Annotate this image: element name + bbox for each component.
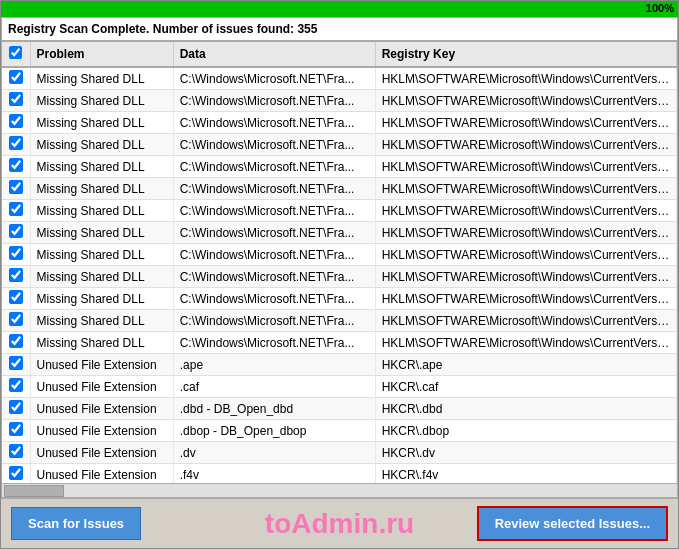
row-registry-key: HKLM\SOFTWARE\Microsoft\Windows\CurrentV… <box>375 200 676 222</box>
row-problem: Missing Shared DLL <box>30 222 173 244</box>
row-problem: Missing Shared DLL <box>30 288 173 310</box>
table-row: Missing Shared DLLC:\Windows\Microsoft.N… <box>2 310 677 332</box>
row-checkbox[interactable] <box>9 246 23 260</box>
row-checkbox-cell[interactable] <box>2 67 30 90</box>
row-checkbox-cell[interactable] <box>2 178 30 200</box>
row-registry-key: HKLM\SOFTWARE\Microsoft\Windows\CurrentV… <box>375 332 676 354</box>
row-checkbox[interactable] <box>9 92 23 106</box>
row-checkbox-cell[interactable] <box>2 310 30 332</box>
row-checkbox-cell[interactable] <box>2 332 30 354</box>
row-checkbox[interactable] <box>9 356 23 370</box>
row-data: C:\Windows\Microsoft.NET\Fra... <box>173 67 375 90</box>
row-checkbox[interactable] <box>9 422 23 436</box>
row-data: .dbd - DB_Open_dbd <box>173 398 375 420</box>
row-checkbox[interactable] <box>9 70 23 84</box>
row-checkbox-cell[interactable] <box>2 90 30 112</box>
row-problem: Missing Shared DLL <box>30 310 173 332</box>
row-registry-key: HKLM\SOFTWARE\Microsoft\Windows\CurrentV… <box>375 90 676 112</box>
row-data: C:\Windows\Microsoft.NET\Fra... <box>173 134 375 156</box>
horizontal-scrollbar[interactable] <box>2 483 677 497</box>
col-registry: Registry Key <box>375 42 676 67</box>
table-row: Missing Shared DLLC:\Windows\Microsoft.N… <box>2 222 677 244</box>
row-checkbox-cell[interactable] <box>2 464 30 484</box>
col-data: Data <box>173 42 375 67</box>
row-checkbox-cell[interactable] <box>2 266 30 288</box>
row-checkbox[interactable] <box>9 378 23 392</box>
row-problem: Missing Shared DLL <box>30 178 173 200</box>
row-checkbox-cell[interactable] <box>2 244 30 266</box>
table-row: Missing Shared DLLC:\Windows\Microsoft.N… <box>2 288 677 310</box>
row-registry-key: HKLM\SOFTWARE\Microsoft\Windows\CurrentV… <box>375 178 676 200</box>
row-data: .dbop - DB_Open_dbop <box>173 420 375 442</box>
row-problem: Missing Shared DLL <box>30 332 173 354</box>
row-checkbox-cell[interactable] <box>2 156 30 178</box>
row-problem: Missing Shared DLL <box>30 90 173 112</box>
row-problem: Unused File Extension <box>30 354 173 376</box>
row-checkbox[interactable] <box>9 466 23 480</box>
row-checkbox-cell[interactable] <box>2 222 30 244</box>
row-registry-key: HKCR\.dbop <box>375 420 676 442</box>
row-data: .ape <box>173 354 375 376</box>
row-checkbox-cell[interactable] <box>2 398 30 420</box>
main-window: 100% Registry Scan Complete. Number of i… <box>0 0 679 549</box>
row-data: C:\Windows\Microsoft.NET\Fra... <box>173 112 375 134</box>
row-registry-key: HKLM\SOFTWARE\Microsoft\Windows\CurrentV… <box>375 156 676 178</box>
row-problem: Missing Shared DLL <box>30 266 173 288</box>
table-row: Unused File Extension.dvHKCR\.dv <box>2 442 677 464</box>
row-data: C:\Windows\Microsoft.NET\Fra... <box>173 90 375 112</box>
row-registry-key: HKLM\SOFTWARE\Microsoft\Windows\CurrentV… <box>375 67 676 90</box>
row-checkbox[interactable] <box>9 400 23 414</box>
row-problem: Unused File Extension <box>30 398 173 420</box>
row-checkbox[interactable] <box>9 202 23 216</box>
row-data: .caf <box>173 376 375 398</box>
row-checkbox[interactable] <box>9 224 23 238</box>
table-scroll-area[interactable]: Problem Data Registry Key Missing Shared… <box>2 42 677 483</box>
table-row: Missing Shared DLLC:\Windows\Microsoft.N… <box>2 332 677 354</box>
row-checkbox-cell[interactable] <box>2 288 30 310</box>
row-checkbox[interactable] <box>9 268 23 282</box>
row-problem: Missing Shared DLL <box>30 156 173 178</box>
row-checkbox-cell[interactable] <box>2 442 30 464</box>
row-data: C:\Windows\Microsoft.NET\Fra... <box>173 310 375 332</box>
table-body: Missing Shared DLLC:\Windows\Microsoft.N… <box>2 67 677 483</box>
row-checkbox[interactable] <box>9 290 23 304</box>
row-checkbox-cell[interactable] <box>2 376 30 398</box>
row-checkbox-cell[interactable] <box>2 112 30 134</box>
table-header-row: Problem Data Registry Key <box>2 42 677 67</box>
row-checkbox-cell[interactable] <box>2 200 30 222</box>
status-bar: Registry Scan Complete. Number of issues… <box>1 17 678 41</box>
row-checkbox[interactable] <box>9 334 23 348</box>
row-checkbox[interactable] <box>9 136 23 150</box>
row-data: C:\Windows\Microsoft.NET\Fra... <box>173 156 375 178</box>
row-data: C:\Windows\Microsoft.NET\Fra... <box>173 288 375 310</box>
row-checkbox-cell[interactable] <box>2 134 30 156</box>
review-selected-button[interactable]: Review selected Issues... <box>477 506 668 541</box>
bottom-toolbar: Scan for Issues toAdmin.ru Review select… <box>1 498 678 548</box>
row-registry-key: HKCR\.ape <box>375 354 676 376</box>
row-checkbox-cell[interactable] <box>2 420 30 442</box>
row-registry-key: HKCR\.dbd <box>375 398 676 420</box>
table-row: Unused File Extension.dbd - DB_Open_dbdH… <box>2 398 677 420</box>
row-data: .f4v <box>173 464 375 484</box>
row-registry-key: HKLM\SOFTWARE\Microsoft\Windows\CurrentV… <box>375 222 676 244</box>
h-scrollbar-thumb[interactable] <box>4 485 64 497</box>
table-row: Unused File Extension.dbop - DB_Open_dbo… <box>2 420 677 442</box>
row-checkbox[interactable] <box>9 114 23 128</box>
select-all-checkbox[interactable] <box>9 46 22 59</box>
row-registry-key: HKLM\SOFTWARE\Microsoft\Windows\CurrentV… <box>375 310 676 332</box>
col-problem: Problem <box>30 42 173 67</box>
row-checkbox[interactable] <box>9 180 23 194</box>
row-checkbox[interactable] <box>9 444 23 458</box>
row-checkbox-cell[interactable] <box>2 354 30 376</box>
row-registry-key: HKCR\.f4v <box>375 464 676 484</box>
row-checkbox[interactable] <box>9 312 23 326</box>
issues-table: Problem Data Registry Key Missing Shared… <box>2 42 677 483</box>
issues-table-container: Problem Data Registry Key Missing Shared… <box>1 41 678 498</box>
row-data: C:\Windows\Microsoft.NET\Fra... <box>173 178 375 200</box>
row-problem: Missing Shared DLL <box>30 200 173 222</box>
row-registry-key: HKLM\SOFTWARE\Microsoft\Windows\CurrentV… <box>375 134 676 156</box>
row-checkbox[interactable] <box>9 158 23 172</box>
table-row: Missing Shared DLLC:\Windows\Microsoft.N… <box>2 244 677 266</box>
scan-for-issues-button[interactable]: Scan for Issues <box>11 507 141 540</box>
table-row: Missing Shared DLLC:\Windows\Microsoft.N… <box>2 200 677 222</box>
